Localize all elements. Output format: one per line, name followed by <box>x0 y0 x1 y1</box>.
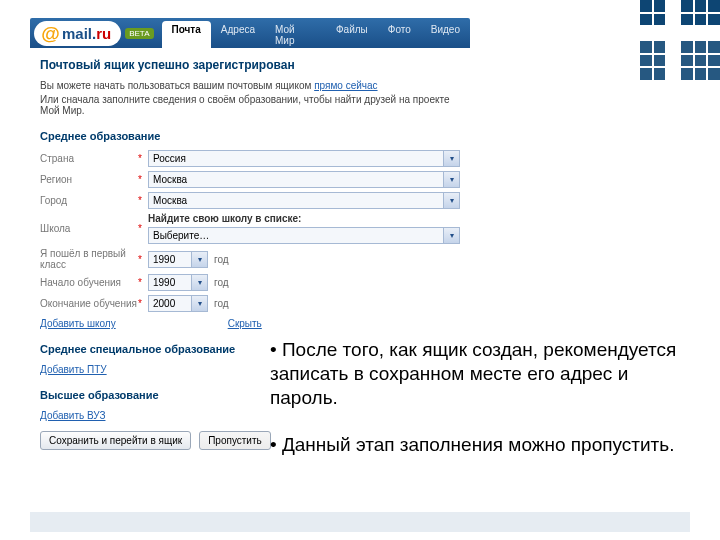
tab-files[interactable]: Файлы <box>326 21 378 49</box>
label-country: Страна <box>40 153 138 164</box>
label-city: Город <box>40 195 138 206</box>
corner-decoration <box>640 0 720 80</box>
slide-annotations: • После того, как ящик создан, рекоменду… <box>270 338 690 481</box>
required-mark: * <box>138 153 148 164</box>
chevron-down-icon: ▾ <box>443 228 459 243</box>
unit-year-3: год <box>214 298 229 309</box>
annotation-2: • Данный этап заполнения можно пропустит… <box>270 433 690 457</box>
intro-line-1: Вы можете начать пользоваться вашим почт… <box>40 80 460 91</box>
select-country-value: Россия <box>149 153 443 164</box>
label-school: Школа <box>40 223 138 234</box>
logo-at: @ <box>40 23 61 44</box>
required-mark: * <box>138 223 148 234</box>
unit-year-1: год <box>214 254 229 265</box>
select-school[interactable]: Выберите… ▾ <box>148 227 460 244</box>
chevron-down-icon: ▾ <box>191 275 207 290</box>
chevron-down-icon: ▾ <box>443 151 459 166</box>
intro-text-1: Вы можете начать пользоваться вашим почт… <box>40 80 314 91</box>
section-secondary-edu: Среднее образование <box>40 130 460 142</box>
logo-name: mail <box>62 25 92 42</box>
select-country[interactable]: Россия ▾ <box>148 150 460 167</box>
add-ptu-link[interactable]: Добавить ПТУ <box>40 364 107 375</box>
mailru-logo: @ mail.ru <box>34 21 121 46</box>
select-region-value: Москва <box>149 174 443 185</box>
chevron-down-icon: ▾ <box>191 296 207 311</box>
logo-ru: ru <box>96 25 111 42</box>
select-school-value: Выберите… <box>149 230 443 241</box>
intro-line-2: Или сначала заполните сведения о своём о… <box>40 94 460 116</box>
hide-link[interactable]: Скрыть <box>228 318 262 329</box>
beta-badge: BETA <box>125 28 153 39</box>
first-class-year-value: 1990 <box>149 254 191 265</box>
select-end-year[interactable]: 2000 ▾ <box>148 295 208 312</box>
tab-my-world[interactable]: Мой Мир <box>265 21 326 49</box>
slide-footer-bar <box>30 512 690 532</box>
start-year-value: 1990 <box>149 277 191 288</box>
label-first-class: Я пошёл в первый класс <box>40 248 138 270</box>
annotation-1: • После того, как ящик создан, рекоменду… <box>270 338 690 409</box>
tab-addresses[interactable]: Адреса <box>211 21 265 49</box>
chevron-down-icon: ▾ <box>191 252 207 267</box>
chevron-down-icon: ▾ <box>443 193 459 208</box>
select-city[interactable]: Москва ▾ <box>148 192 460 209</box>
required-mark: * <box>138 254 148 265</box>
tab-video[interactable]: Видео <box>421 21 470 49</box>
required-mark: * <box>138 298 148 309</box>
page-title: Почтовый ящик успешно зарегистрирован <box>40 58 460 72</box>
tab-mail[interactable]: Почта <box>162 21 211 49</box>
save-button[interactable]: Сохранить и перейти в ящик <box>40 431 191 450</box>
required-mark: * <box>138 277 148 288</box>
label-region: Регион <box>40 174 138 185</box>
nav-tabs: Почта Адреса Мой Мир Файлы Фото Видео <box>162 21 471 49</box>
required-mark: * <box>138 174 148 185</box>
start-now-link[interactable]: прямо сейчас <box>314 80 377 91</box>
select-region[interactable]: Москва ▾ <box>148 171 460 188</box>
tab-photo[interactable]: Фото <box>378 21 421 49</box>
chevron-down-icon: ▾ <box>443 172 459 187</box>
required-mark: * <box>138 195 148 206</box>
unit-year-2: год <box>214 277 229 288</box>
helper-school: Найдите свою школу в списке: <box>148 213 460 224</box>
select-first-class-year[interactable]: 1990 ▾ <box>148 251 208 268</box>
label-start: Начало обучения <box>40 277 138 288</box>
add-school-link[interactable]: Добавить школу <box>40 318 116 329</box>
label-end: Окончание обучения <box>40 298 138 309</box>
end-year-value: 2000 <box>149 298 191 309</box>
select-city-value: Москва <box>149 195 443 206</box>
add-vuz-link[interactable]: Добавить ВУЗ <box>40 410 105 421</box>
skip-button[interactable]: Пропустить <box>199 431 271 450</box>
select-start-year[interactable]: 1990 ▾ <box>148 274 208 291</box>
